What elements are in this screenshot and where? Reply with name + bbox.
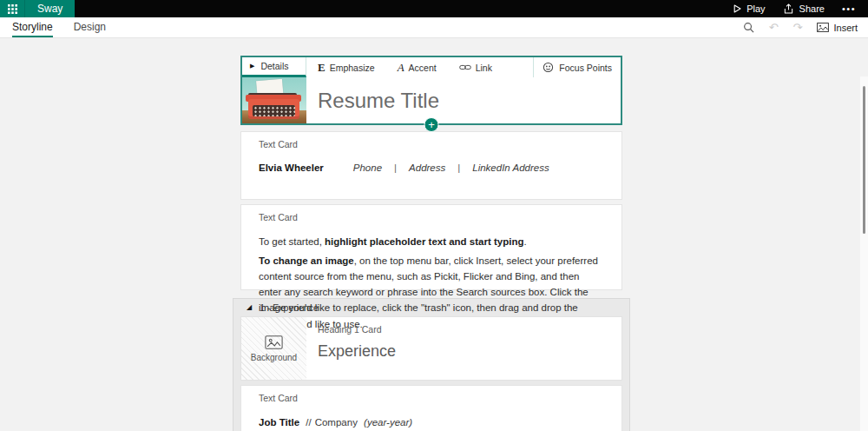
- focus-points-label: Focus Points: [559, 63, 612, 73]
- topbar-spacer: [75, 0, 733, 17]
- search-icon: [743, 22, 754, 33]
- redo-icon: ↷: [793, 22, 803, 33]
- card-type-label: Text Card: [259, 393, 604, 403]
- focus-points-button[interactable]: Focus Points: [533, 57, 621, 77]
- undo-icon: ↶: [769, 22, 779, 33]
- heading-card[interactable]: Background Heading 1 Card Experience: [240, 316, 622, 381]
- link-label: Link: [476, 63, 492, 73]
- insert-image-icon: [817, 23, 829, 32]
- emphasize-label: Emphasize: [330, 63, 375, 73]
- share-label: Share: [799, 3, 825, 14]
- card-type-label: Heading 1 Card: [318, 324, 396, 335]
- share-icon: [783, 3, 794, 14]
- play-button[interactable]: Play: [733, 3, 765, 14]
- scrollbar-track[interactable]: [860, 76, 868, 431]
- more-options-button[interactable]: •••: [842, 3, 856, 14]
- focus-points-icon: [542, 62, 554, 73]
- section-experience: ◢ 1 - Experience Background Heading 1 Ca…: [233, 298, 630, 431]
- collapse-triangle-icon: ◢: [247, 304, 252, 311]
- emphasize-button[interactable]: E Emphasize: [306, 57, 386, 77]
- instructions-paragraph-1[interactable]: To get started, highlight placeholder te…: [259, 236, 604, 247]
- redo-button[interactable]: ↷: [793, 22, 803, 33]
- contact-name[interactable]: Elvia Wheeler: [259, 162, 324, 173]
- details-triangle-icon: ▶: [250, 63, 254, 70]
- background-label: Background: [251, 353, 297, 362]
- undo-button[interactable]: ↶: [769, 22, 779, 33]
- search-button[interactable]: [743, 22, 754, 33]
- contact-phone[interactable]: Phone: [353, 162, 382, 173]
- title-card-toolbar: ▶ Details E Emphasize A Accent: [242, 57, 621, 77]
- share-button[interactable]: Share: [783, 3, 825, 14]
- accent-label: Accent: [409, 63, 437, 73]
- emphasize-icon: E: [318, 61, 326, 75]
- play-icon: [733, 4, 741, 13]
- tab-design[interactable]: Design: [74, 17, 106, 37]
- title-card: ▶ Details E Emphasize A Accent: [240, 56, 622, 125]
- app-launcher-button[interactable]: [0, 0, 24, 17]
- heading-text-field[interactable]: Experience: [318, 342, 396, 361]
- details-label: Details: [260, 61, 288, 71]
- accent-button[interactable]: A Accent: [386, 57, 448, 77]
- scrollbar-thumb[interactable]: [863, 86, 865, 234]
- card-type-label: Text Card: [259, 212, 604, 222]
- title-background-image[interactable]: [242, 77, 306, 123]
- storyline-canvas: ▶ Details E Emphasize A Accent: [0, 38, 868, 431]
- app-title[interactable]: Sway: [24, 0, 75, 17]
- tab-storyline[interactable]: Storyline: [12, 17, 53, 37]
- section-title: 1 - Experience: [260, 302, 319, 313]
- text-card-job[interactable]: Text Card Job Title //Company (year-year…: [240, 385, 622, 431]
- accent-icon: A: [398, 61, 404, 75]
- separator: |: [394, 162, 397, 173]
- add-card-button[interactable]: +: [424, 117, 439, 132]
- waffle-icon: [8, 4, 17, 14]
- image-placeholder-icon: [265, 335, 283, 349]
- card-type-label: Text Card: [259, 139, 604, 149]
- job-title-line[interactable]: Job Title //Company (year-year): [259, 417, 604, 428]
- background-dropzone[interactable]: Background: [241, 317, 306, 380]
- text-card-instructions[interactable]: Text Card To get started, highlight plac…: [240, 204, 622, 290]
- separator: |: [457, 162, 460, 173]
- title-text-field[interactable]: Resume Title: [306, 77, 621, 123]
- app-top-bar: Sway Play Share •••: [0, 0, 868, 17]
- play-label: Play: [746, 3, 765, 14]
- details-expander[interactable]: ▶ Details: [242, 57, 306, 77]
- contact-row: Elvia Wheeler Phone | Address | LinkedIn…: [259, 162, 604, 173]
- insert-button[interactable]: Insert: [817, 23, 858, 33]
- insert-label: Insert: [833, 23, 858, 33]
- menu-bar: Storyline Design ↶ ↷ Insert: [0, 17, 868, 38]
- contact-linkedin[interactable]: LinkedIn Address: [472, 162, 549, 173]
- text-card-contact[interactable]: Text Card Elvia Wheeler Phone | Address …: [240, 131, 622, 200]
- link-button[interactable]: Link: [448, 57, 503, 77]
- link-icon: [459, 63, 471, 71]
- contact-address[interactable]: Address: [409, 162, 445, 173]
